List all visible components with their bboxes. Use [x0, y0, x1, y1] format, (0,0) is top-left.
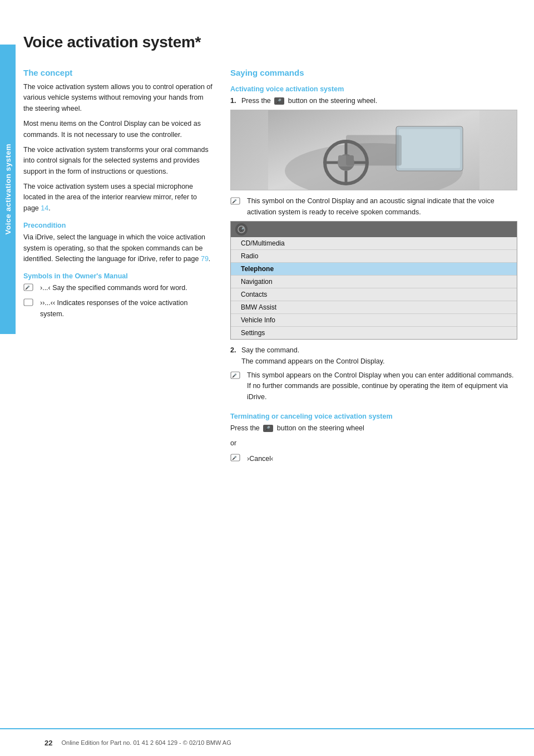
- menu-item-bmw-assist: BMW Assist: [231, 301, 517, 314]
- symbol-block-1: 🎤 ›...‹ Say the specified commands word …: [23, 283, 212, 294]
- svg-text:🎤: 🎤: [232, 199, 237, 204]
- terminating-heading: Terminating or canceling voice activatio…: [230, 413, 517, 420]
- menu-header: 🎤: [231, 222, 517, 237]
- steering-btn-icon: 🎤: [273, 97, 288, 105]
- footer: 22 Online Edition for Part no. 01 41 2 6…: [0, 728, 534, 756]
- voice-symbol-icon-1: 🎤: [23, 283, 36, 294]
- footer-text: Online Edition for Part no. 01 41 2 604 …: [61, 739, 231, 746]
- car-diagram: [230, 110, 517, 190]
- svg-rect-15: [399, 129, 460, 168]
- caption-2-text: This symbol appears on the Control Displ…: [247, 370, 517, 402]
- menu-diagram: 🎤 CD/Multimedia Radio Telephone Navigati…: [230, 221, 517, 340]
- symbols-heading: Symbols in the Owner's Manual: [23, 272, 212, 280]
- step2-detail: The command appears on the Control Displ…: [241, 357, 385, 365]
- svg-text:🎤: 🎤: [275, 98, 282, 105]
- steps-list: 1. Press the 🎤 button on the steering wh…: [230, 96, 517, 106]
- right-column: Saying commands Activating voice activat…: [230, 68, 517, 469]
- svg-text:🎤: 🎤: [25, 285, 30, 290]
- step1-suffix: button on the steering wheel.: [288, 97, 378, 105]
- menu-item-radio: Radio: [231, 250, 517, 263]
- menu-item-navigation: Navigation: [231, 276, 517, 288]
- caption-1-text: This symbol on the Control Display and a…: [247, 196, 517, 218]
- symbol-text-2: ››...‹‹ Indicates responses of the voice…: [40, 298, 212, 320]
- main-content: Voice activation system* The concept The…: [23, 0, 517, 502]
- menu-item-telephone: Telephone: [231, 263, 517, 276]
- svg-text:🎤: 🎤: [239, 227, 245, 232]
- menu-icon: 🎤: [235, 223, 248, 235]
- terminating-or: or: [230, 438, 517, 449]
- page-link-79[interactable]: 79: [201, 255, 209, 263]
- svg-text:🎤: 🎤: [264, 425, 271, 432]
- sidebar-tab: Voice activation system: [0, 45, 16, 334]
- page-number: 22: [44, 739, 52, 747]
- symbol-text-1: ›...‹ Say the specified commands word fo…: [40, 283, 187, 293]
- concept-para-1: The voice activation system allows you t…: [23, 82, 212, 114]
- page-title: Voice activation system*: [23, 33, 517, 51]
- precondition-text: Via iDrive, select the language in which…: [23, 232, 212, 264]
- step2-list: 2. Say the command. The command appears …: [230, 345, 517, 367]
- svg-text:🎤: 🎤: [232, 373, 237, 378]
- menu-item-cd: CD/Multimedia: [231, 237, 517, 250]
- step2-text: Say the command.: [241, 346, 299, 354]
- caption-block-1: 🎤 This symbol on the Control Display and…: [230, 196, 517, 218]
- sidebar-tab-label: Voice activation system: [4, 144, 12, 235]
- step-2: 2. Say the command. The command appears …: [230, 345, 517, 367]
- step-1: 1. Press the 🎤 button on the steering wh…: [230, 96, 517, 106]
- menu-item-vehicle-info: Vehicle Info: [231, 314, 517, 327]
- caption-block-2: 🎤 This symbol appears on the Control Dis…: [230, 370, 517, 402]
- step1-text: Press the: [241, 97, 271, 105]
- concept-heading: The concept: [23, 68, 212, 77]
- symbol-block-2: ››...‹‹ Indicates responses of the voice…: [23, 298, 212, 320]
- voice-symbol-icon-2: [23, 298, 36, 310]
- menu-item-settings: Settings: [231, 327, 517, 339]
- cancel-block: 🎤 ›Cancel‹: [230, 454, 517, 465]
- saying-heading: Saying commands: [230, 68, 517, 77]
- mic-symbol-cancel: 🎤: [230, 454, 243, 465]
- menu-items-list: CD/Multimedia Radio Telephone Navigation…: [231, 237, 517, 339]
- precondition-heading: Precondition: [23, 222, 212, 229]
- page-link-14[interactable]: 14: [41, 204, 48, 212]
- concept-para-2: Most menu items on the Control Display c…: [23, 119, 212, 140]
- svg-text:🎤: 🎤: [232, 455, 237, 460]
- mic-symbol-small-2: 🎤: [230, 370, 243, 383]
- cancel-text: ›Cancel‹: [247, 454, 273, 464]
- steering-btn-icon-2: 🎤: [261, 424, 276, 432]
- terminating-text1: Press the: [230, 424, 260, 432]
- mic-symbol-small-1: 🎤: [230, 196, 243, 209]
- concept-para-4: The voice activation system uses a speci…: [23, 181, 212, 214]
- activating-heading: Activating voice activation system: [230, 85, 517, 93]
- left-column: The concept The voice activation system …: [23, 68, 212, 469]
- concept-para-3: The voice activation system transforms y…: [23, 145, 212, 177]
- terminating-para: Press the 🎤 button on the steering wheel: [230, 423, 517, 434]
- svg-rect-13: [338, 155, 354, 166]
- terminating-text1b: button on the steering wheel: [277, 424, 364, 432]
- svg-rect-2: [24, 299, 33, 306]
- menu-item-contacts: Contacts: [231, 288, 517, 301]
- two-col-layout: The concept The voice activation system …: [23, 68, 517, 469]
